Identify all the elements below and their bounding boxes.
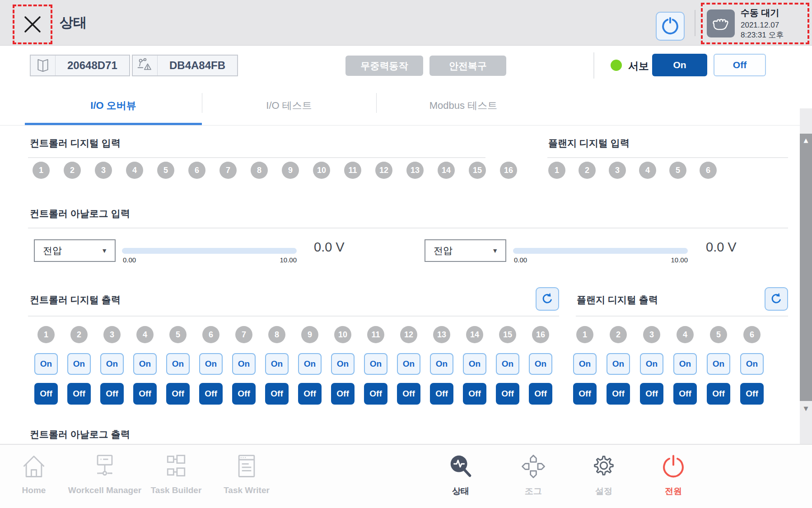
nav-item-settings[interactable]: 설정 — [565, 449, 642, 497]
channel-number-chip: 3 — [609, 162, 626, 179]
output-off-button[interactable]: Off — [364, 383, 387, 405]
output-off-button[interactable]: Off — [100, 383, 124, 405]
output-off-button[interactable]: Off — [397, 383, 420, 405]
output-on-button[interactable]: On — [430, 353, 453, 375]
nav-item-task-builder[interactable]: Task Builder — [138, 449, 215, 495]
output-channel-column: 16OnOff — [529, 326, 552, 405]
output-off-button[interactable]: Off — [67, 383, 91, 405]
section-line — [28, 228, 788, 228]
output-off-button[interactable]: Off — [199, 383, 223, 405]
channel-number-chip: 16 — [500, 162, 517, 179]
output-on-button[interactable]: On — [133, 353, 157, 375]
output-off-button[interactable]: Off — [232, 383, 256, 405]
section-line — [28, 157, 485, 158]
output-off-button[interactable]: Off — [34, 383, 58, 405]
output-on-button[interactable]: On — [707, 353, 730, 375]
close-icon — [21, 13, 44, 36]
header-bar: 상태 수동 대기 2021.12.07 8:23:31 오후 — [0, 0, 812, 46]
output-off-button[interactable]: Off — [496, 383, 519, 405]
tab-io-overview[interactable]: I/O 오버뷰 — [25, 89, 202, 123]
output-on-button[interactable]: On — [100, 353, 124, 375]
safety-serial-badge[interactable]: DB4A84FB — [132, 55, 238, 76]
output-on-button[interactable]: On — [364, 353, 387, 375]
output-off-button[interactable]: Off — [640, 383, 663, 405]
robot-serial-badge[interactable]: 20648D71 — [30, 55, 130, 76]
output-on-button[interactable]: On — [673, 353, 697, 375]
output-on-button[interactable]: On — [67, 353, 91, 375]
nav-label: Workcell Manager — [68, 485, 141, 495]
output-on-button[interactable]: On — [463, 353, 486, 375]
nav-item-jog[interactable]: 조그 — [495, 449, 572, 497]
nav-item-status[interactable]: 상태 — [422, 449, 499, 497]
gripper-button[interactable] — [656, 12, 685, 41]
output-off-button[interactable]: Off — [740, 383, 764, 405]
output-off-button[interactable]: Off — [673, 383, 697, 405]
channel-number-chip: 5 — [169, 326, 187, 343]
flange-digital-output-refresh-button[interactable] — [765, 287, 788, 311]
nav-item-workcell-manager[interactable]: Workcell Manager — [66, 449, 143, 495]
servo-off-button[interactable]: Off — [714, 54, 766, 76]
zero-gravity-button[interactable]: 무중력동작 — [345, 56, 423, 76]
nav-item-home[interactable]: Home — [0, 449, 72, 495]
scrollbar-thumb[interactable] — [800, 134, 812, 401]
output-off-button[interactable]: Off — [133, 383, 157, 405]
controller-digital-output-refresh-button[interactable] — [536, 287, 559, 311]
output-off-button[interactable]: Off — [166, 383, 190, 405]
analog-input-2-type-dropdown[interactable]: 전압 ▼ — [425, 239, 506, 262]
output-off-button[interactable]: Off — [430, 383, 453, 405]
output-on-button[interactable]: On — [232, 353, 256, 375]
nav-label: 조그 — [525, 485, 542, 497]
output-off-button[interactable]: Off — [707, 383, 730, 405]
output-channel-column: 10OnOff — [331, 326, 355, 405]
analog-input-1-type-dropdown[interactable]: 전압 ▼ — [34, 239, 116, 262]
channel-number-chip: 14 — [438, 162, 455, 179]
section-line — [547, 157, 788, 158]
nav-label: 설정 — [595, 485, 612, 497]
output-on-button[interactable]: On — [640, 353, 663, 375]
nav-label: Task Builder — [151, 485, 202, 495]
output-on-button[interactable]: On — [331, 353, 355, 375]
annotation-box-status: 수동 대기 2021.12.07 8:23:31 오후 — [701, 3, 809, 44]
controller-digital-output-grid: 1OnOff2OnOff3OnOff4OnOff5OnOff6OnOff7OnO… — [34, 326, 552, 405]
nav-item-power[interactable]: 전원 — [635, 449, 712, 497]
output-on-button[interactable]: On — [166, 353, 190, 375]
nav-item-task-writer[interactable]: Task Writer — [208, 449, 285, 495]
close-button[interactable] — [21, 13, 44, 36]
output-on-button[interactable]: On — [34, 353, 58, 375]
output-off-button[interactable]: Off — [529, 383, 552, 405]
output-off-button[interactable]: Off — [331, 383, 355, 405]
tab-separator — [202, 93, 202, 113]
channel-number-chip: 11 — [344, 162, 361, 179]
output-on-button[interactable]: On — [298, 353, 322, 375]
output-off-button[interactable]: Off — [463, 383, 486, 405]
output-on-button[interactable]: On — [265, 353, 289, 375]
tab-io-test[interactable]: I/O 테스트 — [202, 89, 376, 123]
servo-label: 서보 — [628, 59, 649, 73]
output-off-button[interactable]: Off — [573, 383, 597, 405]
output-on-button[interactable]: On — [573, 353, 597, 375]
output-on-button[interactable]: On — [607, 353, 630, 375]
section-line — [576, 316, 788, 317]
output-on-button[interactable]: On — [397, 353, 420, 375]
output-on-button[interactable]: On — [199, 353, 223, 375]
output-on-button[interactable]: On — [529, 353, 552, 375]
manual-mode-button[interactable] — [707, 9, 735, 37]
output-on-button[interactable]: On — [496, 353, 519, 375]
nav-label: 전원 — [665, 485, 682, 497]
channel-number-chip: 5 — [710, 326, 727, 343]
scroll-down-icon[interactable]: ▼ — [800, 405, 812, 412]
output-channel-column: 13OnOff — [430, 326, 453, 405]
analog-input-1-min: 0.00 — [123, 256, 136, 264]
output-off-button[interactable]: Off — [298, 383, 322, 405]
tab-modbus-test[interactable]: Modbus 테스트 — [376, 89, 551, 123]
scroll-up-icon[interactable]: ▲ — [800, 137, 812, 144]
servo-on-button[interactable]: On — [652, 54, 707, 76]
refresh-icon — [541, 292, 554, 306]
safety-recovery-button[interactable]: 안전복구 — [429, 56, 506, 76]
channel-number-chip: 3 — [103, 326, 121, 343]
output-off-button[interactable]: Off — [265, 383, 289, 405]
output-off-button[interactable]: Off — [607, 383, 630, 405]
section-title-controller-digital-output: 컨트롤러 디지털 출력 — [30, 294, 121, 306]
output-on-button[interactable]: On — [740, 353, 764, 375]
output-channel-column: 7OnOff — [232, 326, 256, 405]
